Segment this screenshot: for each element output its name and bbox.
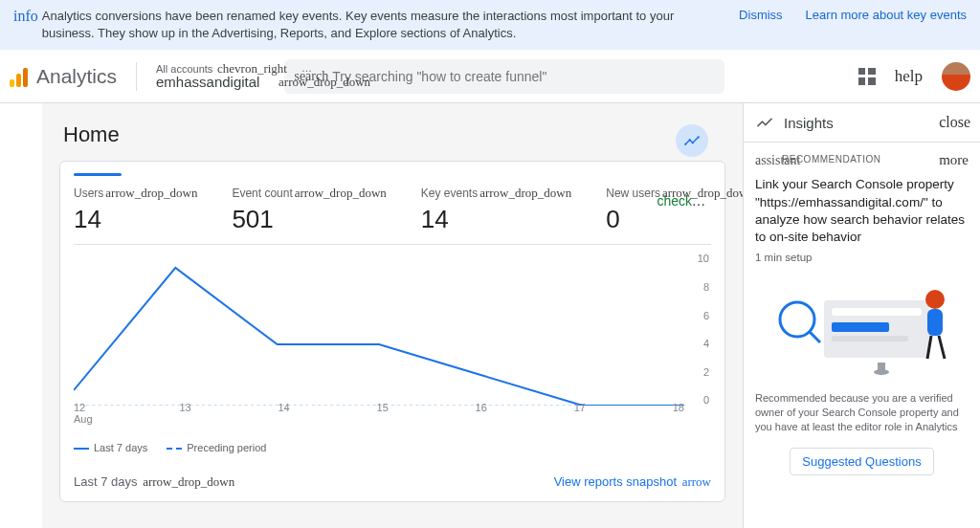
search-input[interactable] [332, 69, 715, 84]
insights-panel: Insights close assistant RECOMMENDATION … [743, 103, 980, 528]
avatar[interactable] [942, 62, 970, 91]
trend-button[interactable] [676, 124, 708, 157]
divider [136, 62, 137, 91]
chevron-right-icon: chevron_right [217, 62, 287, 76]
banner-message: Analytics conversions have been renamed … [42, 8, 722, 42]
recommendation-tag: RECOMMENDATION [782, 154, 880, 165]
svg-rect-16 [878, 363, 885, 370]
svg-point-3 [698, 137, 700, 139]
metric-users[interactable]: Usersarrow_drop_down 14 [74, 186, 197, 234]
arrow-drop-down-icon: arrow_drop_down [105, 186, 197, 200]
check-icon: check [657, 193, 692, 209]
svg-rect-9 [832, 322, 889, 332]
metric-key-events[interactable]: Key eventsarrow_drop_down 14 [421, 186, 571, 234]
arrow-drop-down-icon: arrow_drop_down [278, 76, 370, 89]
line-plot [74, 253, 684, 406]
insights-icon [755, 113, 774, 132]
info-icon: info [13, 8, 38, 25]
overview-card: Usersarrow_drop_down 14 Event countarrow… [59, 161, 725, 502]
svg-point-2 [692, 143, 694, 144]
chart: 10 8 6 4 2 0 12Aug 13 14 1 [74, 253, 711, 425]
arrow-drop-down-icon: arrow_drop_down [295, 186, 387, 200]
analytics-logo-icon [10, 66, 31, 87]
svg-point-11 [925, 290, 945, 309]
learn-more-link[interactable]: Learn more about key events [806, 8, 967, 22]
svg-rect-12 [927, 309, 943, 336]
help-icon[interactable]: help [895, 67, 923, 86]
recommendation-illustration [755, 276, 969, 382]
suggested-questions-button[interactable]: Suggested Questions [790, 448, 933, 475]
svg-line-6 [809, 331, 820, 342]
x-axis: 12Aug 13 14 15 16 17 18 [74, 402, 684, 425]
compare-toggle[interactable]: check… [657, 193, 705, 209]
account-picker[interactable]: All accounts chevron_right … emhassandig… [156, 63, 259, 91]
more-icon[interactable]: more [939, 152, 969, 168]
recommendation-subtitle: 1 min setup [755, 252, 969, 263]
close-icon[interactable]: close [939, 114, 970, 131]
svg-line-14 [939, 336, 945, 359]
svg-point-0 [684, 143, 686, 145]
dismiss-link[interactable]: Dismiss [739, 8, 783, 22]
svg-rect-10 [832, 336, 908, 341]
svg-point-1 [689, 140, 691, 142]
metrics-row: Usersarrow_drop_down 14 Event countarrow… [74, 186, 711, 245]
recommendation-reason: Recommended because you are a verified o… [755, 391, 969, 434]
trend-icon [683, 132, 701, 149]
app-header: Analytics All accounts chevron_right … e… [0, 50, 980, 103]
left-nav-rail [0, 103, 42, 528]
apps-icon[interactable] [858, 68, 876, 85]
legend: Last 7 days Preceding period [74, 442, 711, 453]
view-reports-link[interactable]: View reports snapshot arrow [554, 474, 711, 490]
metric-event-count[interactable]: Event countarrow_drop_down 501 [232, 186, 386, 234]
active-tab-indicator [74, 173, 122, 176]
y-axis: 10 8 6 4 2 0 [698, 253, 709, 406]
svg-rect-8 [832, 308, 922, 316]
arrow-drop-down-icon: arrow_drop_down [479, 186, 571, 200]
page-title: Home [63, 122, 725, 147]
card-footer: Last 7 days arrow_drop_down View reports… [74, 467, 711, 501]
brand-name: Analytics [36, 65, 117, 88]
brand[interactable]: Analytics [10, 65, 117, 88]
arrow-drop-down-icon: arrow_drop_down [143, 474, 234, 489]
insights-title: Insights [784, 115, 939, 131]
recommendation-title: Link your Search Console property "https… [755, 176, 969, 246]
date-range-picker[interactable]: Last 7 days arrow_drop_down [74, 474, 234, 490]
arrow-forward-icon: arrow [682, 474, 711, 489]
content-area: Home Usersarrow_drop_down 14 Event count… [42, 103, 743, 528]
info-banner: info Analytics conversions have been ren… [0, 0, 980, 50]
